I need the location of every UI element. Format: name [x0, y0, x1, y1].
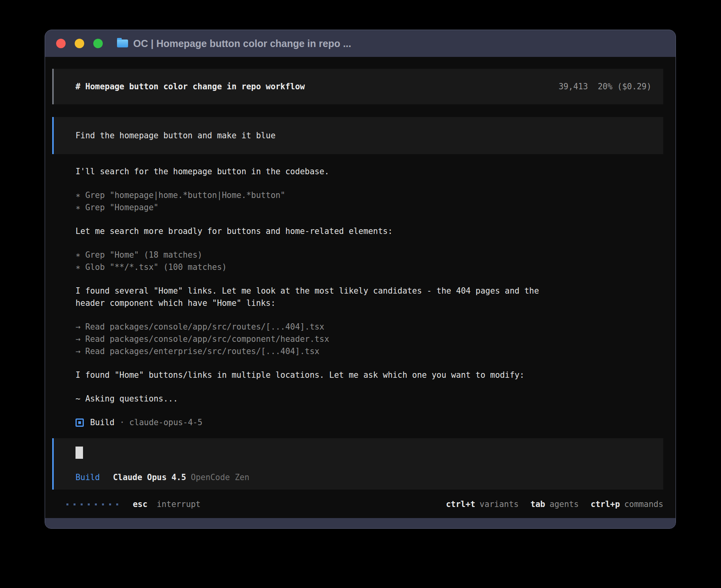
text-line: ∗ Glob "**/*.tsx" (100 matches) — [75, 261, 663, 273]
chat-transcript: I'll search for the homepage button in t… — [75, 166, 663, 405]
assistant-text-block: ~ Asking questions... — [75, 393, 663, 405]
assistant-text-block: Let me search more broadly for buttons a… — [75, 225, 663, 237]
text-line: ∗ Grep "Homepage" — [75, 202, 663, 214]
traffic-lights — [56, 39, 112, 48]
zoom-button[interactable] — [93, 39, 103, 48]
spinner-dot — [116, 503, 118, 505]
terminal-content: # Homepage button color change in repo w… — [45, 57, 676, 518]
keyboard-hints: ctrl+tvariantstabagentsctrl+pcommands — [446, 498, 663, 511]
hint-key: ctrl+p — [591, 499, 620, 509]
text-line: Let me search more broadly for buttons a… — [75, 225, 663, 237]
close-button[interactable] — [56, 39, 66, 48]
session-header: # Homepage button color change in repo w… — [52, 69, 663, 104]
hint-label: agents — [549, 499, 579, 509]
text-line: → Read packages/console/app/src/routes/[… — [75, 321, 663, 333]
agent-name: Build — [90, 416, 115, 429]
build-agent-icon — [75, 418, 84, 427]
text-line: I found several "Home" links. Let me loo… — [75, 285, 663, 297]
assistant-text-block: I found "Home" buttons/links in multiple… — [75, 369, 663, 381]
session-stats: 39,413 20% ($0.29) — [559, 81, 651, 93]
model-info-row: Build Claude Opus 4.5 OpenCode Zen — [75, 471, 651, 484]
hint-key: tab — [530, 499, 545, 509]
tool-call-block: ∗ Grep "Home" (18 matches)∗ Glob "**/*.t… — [75, 249, 663, 273]
spinner-dot — [102, 503, 104, 505]
text-line: I'll search for the homepage button in t… — [75, 166, 663, 178]
tool-call-block: → Read packages/console/app/src/routes/[… — [75, 321, 663, 358]
session-title: # Homepage button color change in repo w… — [75, 81, 305, 93]
text-line: → Read packages/enterprise/src/routes/[.… — [75, 345, 663, 358]
hint-variants: ctrl+tvariants — [446, 498, 519, 511]
text-line: ~ Asking questions... — [75, 393, 663, 405]
prompt-input[interactable]: Build Claude Opus 4.5 OpenCode Zen — [52, 438, 663, 490]
user-message: Find the homepage button and make it blu… — [52, 117, 663, 154]
agent-separator: · — [120, 416, 125, 429]
working-spinner — [66, 503, 118, 505]
spinner-dot — [66, 503, 68, 505]
spinner-dot — [95, 503, 97, 505]
user-message-text: Find the homepage button and make it blu… — [75, 130, 276, 142]
folder-icon — [117, 40, 128, 47]
window-titlebar[interactable]: OC | Homepage button color change in rep… — [45, 30, 676, 57]
agent-status-row: Build · claude-opus-4-5 — [75, 416, 663, 429]
spinner-dot — [81, 503, 83, 505]
context-cost: 20% ($0.29) — [598, 81, 651, 93]
text-line: I found "Home" buttons/links in multiple… — [75, 369, 663, 381]
spinner-dot — [109, 503, 111, 505]
minimize-button[interactable] — [75, 39, 84, 48]
assistant-text-block: I found several "Home" links. Let me loo… — [75, 285, 663, 309]
hint-label-interrupt: interrupt — [157, 499, 200, 509]
window-title: OC | Homepage button color change in rep… — [133, 38, 351, 49]
hint-agents: tabagents — [530, 498, 579, 511]
text-line: → Read packages/console/app/src/componen… — [75, 333, 663, 345]
desktop: OC | Homepage button color change in rep… — [0, 0, 721, 588]
text-line: ∗ Grep "Home" (18 matches) — [75, 249, 663, 261]
input-provider-label: OpenCode Zen — [191, 471, 249, 484]
terminal-window: OC | Homepage button color change in rep… — [45, 30, 676, 529]
hint-interrupt: esc interrupt — [133, 498, 200, 511]
spinner-dot — [88, 503, 90, 505]
hint-label: commands — [624, 499, 663, 509]
hint-label: variants — [479, 499, 519, 509]
hint-commands: ctrl+pcommands — [591, 498, 663, 511]
text-line: header component which have "Home" links… — [75, 297, 663, 309]
assistant-text-block: I'll search for the homepage button in t… — [75, 166, 663, 178]
tool-call-block: ∗ Grep "homepage|home.*button|Home.*butt… — [75, 189, 663, 214]
window-bottom-bar — [45, 518, 676, 528]
input-agent-label: Build — [75, 471, 100, 484]
hint-key: ctrl+t — [446, 499, 475, 509]
text-line: ∗ Grep "homepage|home.*button|Home.*butt… — [75, 189, 663, 202]
build-agent-icon-inner — [78, 421, 81, 424]
status-bar: esc interrupt ctrl+tvariantstabagentsctr… — [66, 498, 663, 511]
input-model-label: Claude Opus 4.5 — [113, 471, 186, 484]
spinner-dot — [74, 503, 75, 505]
hint-key-esc: esc — [133, 499, 147, 509]
agent-model: claude-opus-4-5 — [129, 416, 202, 429]
token-count: 39,413 — [559, 81, 588, 93]
text-cursor — [75, 447, 83, 459]
